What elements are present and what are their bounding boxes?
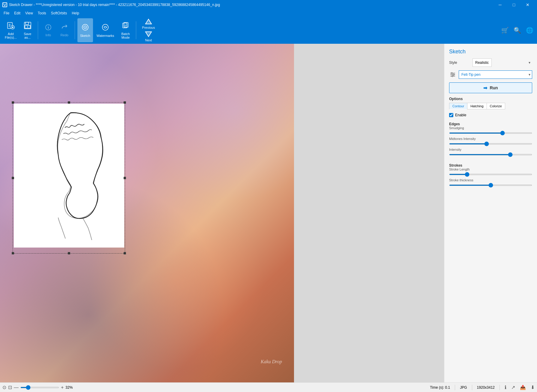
sketch-icon (81, 23, 89, 33)
menu-help[interactable]: Help (69, 10, 82, 16)
previous-button[interactable]: Previous (139, 18, 159, 30)
handle-bottom-middle[interactable] (68, 252, 70, 254)
batch-mode-label: BatchMode (122, 32, 130, 39)
svg-rect-4 (26, 22, 28, 25)
zoom-in-icon[interactable]: + (61, 385, 64, 390)
redo-button[interactable]: Redo (57, 18, 72, 42)
svg-marker-17 (146, 32, 152, 37)
info-icon (45, 24, 52, 32)
options-section: Options Contour Hatching Colorize (449, 97, 532, 109)
stroke-thickness-label: Stroke thickness (449, 178, 532, 182)
status-sep-3 (500, 385, 500, 390)
options-title: Options (449, 97, 532, 101)
svg-point-22 (453, 74, 454, 75)
handle-middle-right[interactable] (124, 177, 126, 179)
minimize-button[interactable]: ─ (493, 0, 507, 10)
stroke-thickness-container: Stroke thickness (449, 178, 532, 187)
enable-label: Enable (455, 113, 466, 117)
toolbar-group-file: AddFile(s)... Saveas... (2, 18, 35, 42)
handle-top-right[interactable] (124, 101, 126, 104)
smudging-label: Smudging (449, 126, 532, 130)
download-icon[interactable]: ⬇ (531, 385, 535, 390)
stroke-thickness-slider[interactable] (449, 185, 532, 186)
tab-hatching[interactable]: Hatching (467, 103, 486, 109)
close-button[interactable]: ✕ (521, 0, 535, 10)
handle-bottom-left[interactable] (12, 252, 14, 254)
midtones-slider[interactable] (449, 143, 532, 144)
style-select-wrapper: Realistic Classic Artistic (472, 58, 532, 67)
run-arrow-icon: ➡ (483, 85, 487, 91)
status-sep-1 (455, 385, 455, 390)
zoom-slider[interactable] (20, 387, 59, 388)
next-button[interactable]: Next (139, 31, 159, 42)
menu-tools[interactable]: Tools (35, 10, 49, 16)
info-status-icon[interactable]: ℹ (505, 385, 506, 390)
stroke-length-slider[interactable] (449, 174, 532, 175)
menu-edit[interactable]: Edit (12, 10, 23, 16)
add-icon (7, 21, 15, 31)
sketch-button[interactable]: Sketch (77, 18, 93, 42)
svg-point-23 (452, 76, 453, 77)
svg-point-7 (48, 25, 49, 26)
search-icon[interactable]: 🔍 (512, 25, 522, 35)
handle-top-middle[interactable] (68, 101, 70, 104)
redo-label: Redo (61, 33, 68, 37)
cart-icon[interactable]: 🛒 (500, 25, 510, 35)
next-label: Next (145, 38, 152, 42)
handle-top-left[interactable] (12, 101, 14, 104)
intensity-container: Intensity (449, 148, 532, 156)
previous-label: Previous (142, 26, 155, 29)
globe-icon[interactable]: 🌐 (525, 25, 535, 35)
zoom-actual-icon[interactable]: ⊡ (8, 385, 12, 390)
options-tabs: Contour Hatching Colorize (449, 103, 532, 109)
stroke-length-label: Stroke Length (449, 168, 532, 171)
gray-area (294, 44, 444, 382)
social-icon[interactable]: 📤 (520, 385, 526, 390)
previous-arrow-icon (145, 19, 152, 25)
intensity-label: Intensity (449, 148, 532, 151)
enable-row: Enable (449, 113, 532, 117)
zoom-out-icon[interactable]: — (14, 385, 19, 390)
batch-mode-button[interactable]: BatchMode (118, 18, 134, 42)
presets-select[interactable]: Felt-Tip pen Pencil Charcoal Ballpoint (459, 70, 532, 79)
smudging-slider[interactable] (449, 132, 532, 134)
handle-middle-left[interactable] (12, 177, 14, 179)
format-label: JPG (460, 385, 467, 390)
presets-select-wrapper: Felt-Tip pen Pencil Charcoal Ballpoint (459, 70, 532, 79)
svg-point-21 (451, 73, 452, 74)
watermarks-icon (101, 23, 110, 33)
maximize-button[interactable]: □ (507, 0, 521, 10)
separator-3 (136, 21, 136, 39)
info-label: Info (46, 33, 51, 37)
batch-mode-icon (122, 21, 130, 31)
tab-colorize[interactable]: Colorize (487, 103, 505, 109)
save-as-button[interactable]: Saveas... (20, 18, 35, 42)
menu-file[interactable]: File (1, 10, 12, 16)
strokes-title: Strokes (449, 163, 532, 168)
add-file-button[interactable]: AddFile(s)... (2, 18, 19, 42)
watermarks-button[interactable]: Watermarks (94, 18, 117, 42)
intensity-slider[interactable] (449, 154, 532, 155)
canvas-area[interactable]: Kaku Drop (0, 44, 294, 382)
toolbar-group-history: Info Redo (40, 18, 72, 42)
menu-softorbits[interactable]: SoftOrbits (49, 10, 69, 16)
info-button[interactable]: Info (40, 18, 56, 42)
redo-icon (61, 24, 68, 32)
selection-box[interactable] (13, 102, 125, 254)
panel-title: Sketch (449, 49, 532, 55)
dimensions-label: 1920x3412 (477, 385, 495, 390)
next-arrow-icon (145, 31, 152, 38)
enable-checkbox[interactable] (449, 113, 453, 117)
run-button[interactable]: ➡ Run (449, 82, 532, 93)
menu-view[interactable]: View (23, 10, 35, 16)
style-select[interactable]: Realistic Classic Artistic (472, 58, 492, 67)
time-label: Time (s): 0.1 (430, 385, 450, 390)
share-icon[interactable]: ↗ (511, 385, 515, 390)
handle-bottom-right[interactable] (124, 252, 126, 254)
svg-point-11 (102, 24, 108, 30)
zoom-fit-icon[interactable]: ⊙ (2, 385, 6, 390)
menu-bar: File Edit View Tools SoftOrbits Help (0, 10, 537, 17)
zoom-label: 32% (65, 385, 73, 390)
midtones-label: Midtones Intensity (449, 137, 532, 141)
tab-contour[interactable]: Contour (449, 103, 467, 109)
